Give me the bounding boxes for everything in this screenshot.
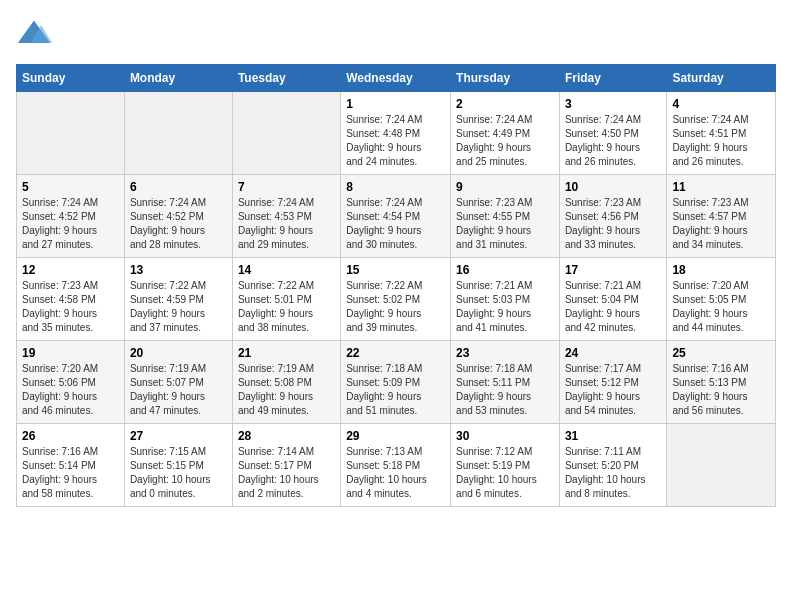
calendar-cell: 21Sunrise: 7:19 AM Sunset: 5:08 PM Dayli… <box>232 341 340 424</box>
day-number: 26 <box>22 429 119 443</box>
days-header-row: SundayMondayTuesdayWednesdayThursdayFrid… <box>17 65 776 92</box>
day-number: 29 <box>346 429 445 443</box>
page-header <box>16 16 776 52</box>
day-info: Sunrise: 7:22 AM Sunset: 5:02 PM Dayligh… <box>346 279 445 335</box>
calendar-cell: 11Sunrise: 7:23 AM Sunset: 4:57 PM Dayli… <box>667 175 776 258</box>
day-number: 9 <box>456 180 554 194</box>
calendar-cell: 7Sunrise: 7:24 AM Sunset: 4:53 PM Daylig… <box>232 175 340 258</box>
day-info: Sunrise: 7:22 AM Sunset: 5:01 PM Dayligh… <box>238 279 335 335</box>
day-info: Sunrise: 7:19 AM Sunset: 5:08 PM Dayligh… <box>238 362 335 418</box>
day-info: Sunrise: 7:23 AM Sunset: 4:55 PM Dayligh… <box>456 196 554 252</box>
day-number: 28 <box>238 429 335 443</box>
day-info: Sunrise: 7:18 AM Sunset: 5:11 PM Dayligh… <box>456 362 554 418</box>
day-info: Sunrise: 7:16 AM Sunset: 5:14 PM Dayligh… <box>22 445 119 501</box>
day-info: Sunrise: 7:18 AM Sunset: 5:09 PM Dayligh… <box>346 362 445 418</box>
week-row-3: 12Sunrise: 7:23 AM Sunset: 4:58 PM Dayli… <box>17 258 776 341</box>
day-number: 27 <box>130 429 227 443</box>
day-info: Sunrise: 7:20 AM Sunset: 5:05 PM Dayligh… <box>672 279 770 335</box>
day-info: Sunrise: 7:23 AM Sunset: 4:56 PM Dayligh… <box>565 196 661 252</box>
calendar-cell: 31Sunrise: 7:11 AM Sunset: 5:20 PM Dayli… <box>559 424 666 507</box>
calendar-cell: 29Sunrise: 7:13 AM Sunset: 5:18 PM Dayli… <box>341 424 451 507</box>
calendar-cell <box>17 92 125 175</box>
day-info: Sunrise: 7:14 AM Sunset: 5:17 PM Dayligh… <box>238 445 335 501</box>
day-header-thursday: Thursday <box>451 65 560 92</box>
calendar-cell: 10Sunrise: 7:23 AM Sunset: 4:56 PM Dayli… <box>559 175 666 258</box>
day-number: 4 <box>672 97 770 111</box>
calendar-cell: 18Sunrise: 7:20 AM Sunset: 5:05 PM Dayli… <box>667 258 776 341</box>
day-info: Sunrise: 7:13 AM Sunset: 5:18 PM Dayligh… <box>346 445 445 501</box>
day-info: Sunrise: 7:24 AM Sunset: 4:52 PM Dayligh… <box>130 196 227 252</box>
calendar-cell: 14Sunrise: 7:22 AM Sunset: 5:01 PM Dayli… <box>232 258 340 341</box>
calendar-cell: 15Sunrise: 7:22 AM Sunset: 5:02 PM Dayli… <box>341 258 451 341</box>
calendar-cell: 17Sunrise: 7:21 AM Sunset: 5:04 PM Dayli… <box>559 258 666 341</box>
day-info: Sunrise: 7:21 AM Sunset: 5:03 PM Dayligh… <box>456 279 554 335</box>
calendar-cell: 25Sunrise: 7:16 AM Sunset: 5:13 PM Dayli… <box>667 341 776 424</box>
day-number: 21 <box>238 346 335 360</box>
day-number: 22 <box>346 346 445 360</box>
day-number: 18 <box>672 263 770 277</box>
day-number: 12 <box>22 263 119 277</box>
day-number: 15 <box>346 263 445 277</box>
day-number: 25 <box>672 346 770 360</box>
calendar-cell <box>232 92 340 175</box>
day-header-wednesday: Wednesday <box>341 65 451 92</box>
day-number: 11 <box>672 180 770 194</box>
calendar-cell: 23Sunrise: 7:18 AM Sunset: 5:11 PM Dayli… <box>451 341 560 424</box>
week-row-5: 26Sunrise: 7:16 AM Sunset: 5:14 PM Dayli… <box>17 424 776 507</box>
day-number: 10 <box>565 180 661 194</box>
calendar-cell: 22Sunrise: 7:18 AM Sunset: 5:09 PM Dayli… <box>341 341 451 424</box>
day-info: Sunrise: 7:23 AM Sunset: 4:58 PM Dayligh… <box>22 279 119 335</box>
calendar-cell <box>124 92 232 175</box>
day-number: 20 <box>130 346 227 360</box>
day-header-monday: Monday <box>124 65 232 92</box>
calendar-cell: 8Sunrise: 7:24 AM Sunset: 4:54 PM Daylig… <box>341 175 451 258</box>
day-info: Sunrise: 7:24 AM Sunset: 4:54 PM Dayligh… <box>346 196 445 252</box>
calendar-cell: 26Sunrise: 7:16 AM Sunset: 5:14 PM Dayli… <box>17 424 125 507</box>
day-info: Sunrise: 7:19 AM Sunset: 5:07 PM Dayligh… <box>130 362 227 418</box>
day-number: 7 <box>238 180 335 194</box>
day-info: Sunrise: 7:12 AM Sunset: 5:19 PM Dayligh… <box>456 445 554 501</box>
day-info: Sunrise: 7:24 AM Sunset: 4:49 PM Dayligh… <box>456 113 554 169</box>
logo-icon <box>16 16 52 52</box>
calendar-cell: 16Sunrise: 7:21 AM Sunset: 5:03 PM Dayli… <box>451 258 560 341</box>
day-number: 8 <box>346 180 445 194</box>
day-info: Sunrise: 7:11 AM Sunset: 5:20 PM Dayligh… <box>565 445 661 501</box>
calendar-cell: 27Sunrise: 7:15 AM Sunset: 5:15 PM Dayli… <box>124 424 232 507</box>
day-number: 24 <box>565 346 661 360</box>
day-number: 6 <box>130 180 227 194</box>
calendar-cell: 1Sunrise: 7:24 AM Sunset: 4:48 PM Daylig… <box>341 92 451 175</box>
day-info: Sunrise: 7:16 AM Sunset: 5:13 PM Dayligh… <box>672 362 770 418</box>
day-info: Sunrise: 7:22 AM Sunset: 4:59 PM Dayligh… <box>130 279 227 335</box>
calendar-table: SundayMondayTuesdayWednesdayThursdayFrid… <box>16 64 776 507</box>
day-info: Sunrise: 7:23 AM Sunset: 4:57 PM Dayligh… <box>672 196 770 252</box>
calendar-cell: 13Sunrise: 7:22 AM Sunset: 4:59 PM Dayli… <box>124 258 232 341</box>
calendar-cell: 24Sunrise: 7:17 AM Sunset: 5:12 PM Dayli… <box>559 341 666 424</box>
calendar-cell: 5Sunrise: 7:24 AM Sunset: 4:52 PM Daylig… <box>17 175 125 258</box>
day-number: 14 <box>238 263 335 277</box>
day-info: Sunrise: 7:24 AM Sunset: 4:48 PM Dayligh… <box>346 113 445 169</box>
day-header-friday: Friday <box>559 65 666 92</box>
day-info: Sunrise: 7:20 AM Sunset: 5:06 PM Dayligh… <box>22 362 119 418</box>
day-number: 3 <box>565 97 661 111</box>
calendar-cell: 6Sunrise: 7:24 AM Sunset: 4:52 PM Daylig… <box>124 175 232 258</box>
calendar-cell <box>667 424 776 507</box>
logo <box>16 16 56 52</box>
day-info: Sunrise: 7:24 AM Sunset: 4:52 PM Dayligh… <box>22 196 119 252</box>
calendar-cell: 12Sunrise: 7:23 AM Sunset: 4:58 PM Dayli… <box>17 258 125 341</box>
calendar-cell: 20Sunrise: 7:19 AM Sunset: 5:07 PM Dayli… <box>124 341 232 424</box>
day-number: 16 <box>456 263 554 277</box>
day-info: Sunrise: 7:17 AM Sunset: 5:12 PM Dayligh… <box>565 362 661 418</box>
day-number: 1 <box>346 97 445 111</box>
day-info: Sunrise: 7:21 AM Sunset: 5:04 PM Dayligh… <box>565 279 661 335</box>
day-number: 2 <box>456 97 554 111</box>
calendar-cell: 4Sunrise: 7:24 AM Sunset: 4:51 PM Daylig… <box>667 92 776 175</box>
day-header-tuesday: Tuesday <box>232 65 340 92</box>
day-number: 31 <box>565 429 661 443</box>
week-row-1: 1Sunrise: 7:24 AM Sunset: 4:48 PM Daylig… <box>17 92 776 175</box>
day-info: Sunrise: 7:24 AM Sunset: 4:51 PM Dayligh… <box>672 113 770 169</box>
day-info: Sunrise: 7:24 AM Sunset: 4:53 PM Dayligh… <box>238 196 335 252</box>
week-row-2: 5Sunrise: 7:24 AM Sunset: 4:52 PM Daylig… <box>17 175 776 258</box>
day-number: 17 <box>565 263 661 277</box>
day-info: Sunrise: 7:15 AM Sunset: 5:15 PM Dayligh… <box>130 445 227 501</box>
day-number: 5 <box>22 180 119 194</box>
